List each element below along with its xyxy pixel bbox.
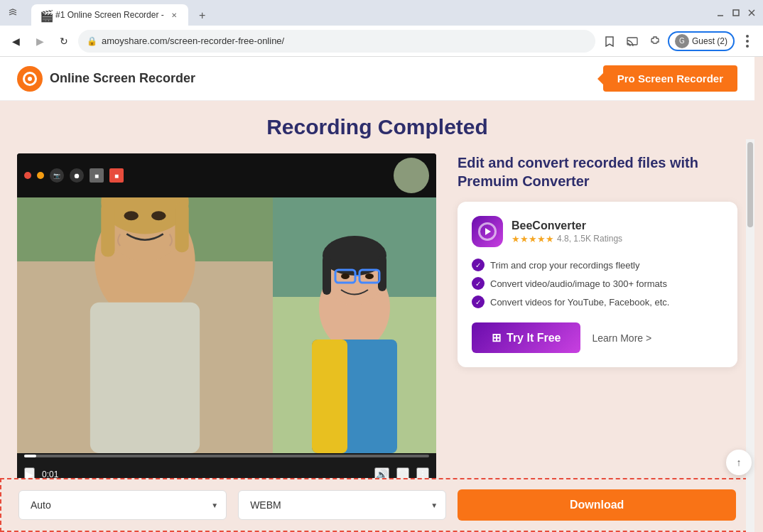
download-bar: Auto High Medium Low ▼ WEBM MP4 AVI MOV …	[0, 478, 754, 532]
video-right-person	[273, 197, 436, 453]
new-tab-button[interactable]: +	[193, 6, 212, 26]
svg-rect-30	[312, 340, 347, 453]
record-icon[interactable]: ⏺	[70, 168, 84, 183]
menu-dot-2	[746, 40, 749, 43]
minimize-button[interactable]	[715, 7, 726, 18]
rating-text: 4.8, 1.5K Ratings	[557, 234, 622, 244]
video-toolbar: 📷 ⏺ ■ ■	[17, 153, 436, 197]
converter-rating: ★★★★★ 4.8, 1.5K Ratings	[512, 234, 622, 244]
back-to-top-button[interactable]: ↑	[726, 450, 752, 475]
feature-text-3: Convert videos for YouTube, Facebook, et…	[490, 297, 669, 308]
format-select[interactable]: WEBM MP4 AVI MOV	[238, 490, 446, 520]
scrollbar-track	[746, 139, 754, 532]
back-to-top-icon: ↑	[737, 457, 742, 468]
quality-select-wrapper: Auto High Medium Low ▼	[18, 490, 227, 520]
converter-logo	[472, 216, 503, 247]
stars-icon: ★★★★★	[512, 234, 554, 244]
svg-rect-22	[323, 256, 331, 295]
video-frame	[17, 197, 436, 453]
feature-item-1: ✓ Trim and crop your recordings fleetly	[472, 256, 723, 274]
check-icon-3: ✓	[472, 295, 485, 308]
webcam-toggle-icon[interactable]: 📷	[50, 168, 64, 183]
svg-point-27	[341, 273, 350, 279]
promo-panel: Edit and convert recorded files with Pre…	[458, 153, 737, 367]
promo-heading: Edit and convert recorded files with Pre…	[458, 153, 737, 190]
check-icon-1: ✓	[472, 259, 485, 271]
svg-point-14	[151, 211, 166, 220]
restore-button[interactable]	[730, 7, 742, 18]
address-bar[interactable]: 🔒	[78, 30, 595, 53]
tab-title: #1 Online Screen Recorder -	[55, 10, 164, 20]
logo-text: Online Screen Recorder	[50, 71, 195, 86]
menu-dot-1	[746, 35, 749, 38]
browser-tab-active[interactable]: 🎬 #1 Online Screen Recorder - ✕	[31, 4, 188, 26]
bookmark-button[interactable]	[600, 31, 619, 51]
learn-more-link[interactable]: Learn More >	[592, 332, 651, 344]
menu-button[interactable]	[737, 31, 757, 51]
video-container: 📷 ⏺ ■ ■	[17, 153, 436, 487]
record-stop-icon[interactable]: ■	[109, 168, 124, 183]
check-icon-2: ✓	[472, 277, 485, 290]
quality-select[interactable]: Auto High Medium Low	[18, 490, 227, 520]
download-button[interactable]: Download	[458, 489, 736, 521]
logo-area: Online Screen Recorder	[17, 66, 195, 92]
svg-rect-11	[101, 202, 114, 256]
feature-item-2: ✓ Convert video/audio/image to 300+ form…	[472, 274, 723, 293]
profile-icon: G	[675, 34, 689, 48]
svg-point-28	[365, 273, 374, 279]
profile-label: Guest (2)	[692, 36, 727, 46]
try-it-free-button[interactable]: ⊞ Try It Free	[472, 322, 580, 353]
video-left-person	[17, 197, 273, 453]
progress-fill	[24, 455, 36, 457]
profile-button[interactable]: G Guest (2)	[668, 31, 735, 51]
site-header: Online Screen Recorder Pro Screen Record…	[0, 57, 754, 101]
url-input[interactable]	[102, 36, 587, 46]
format-select-wrapper: WEBM MP4 AVI MOV ▼	[238, 490, 446, 520]
cast-button[interactable]	[622, 31, 642, 51]
record-dot-yellow	[37, 172, 44, 179]
page-title: Recording Completed	[17, 115, 737, 139]
converter-actions: ⊞ Try It Free Learn More >	[472, 322, 723, 353]
windows-icon: ⊞	[492, 331, 501, 344]
feature-list: ✓ Trim and crop your recordings fleetly …	[472, 256, 723, 311]
record-dot-red	[24, 172, 31, 179]
reload-button[interactable]: ↻	[54, 31, 74, 51]
scrollbar-thumb[interactable]	[747, 142, 753, 227]
forward-button[interactable]: ▶	[30, 31, 50, 51]
video-player: 📷 ⏺ ■ ■	[17, 153, 436, 487]
stop-icon[interactable]: ■	[90, 168, 104, 183]
pro-screen-recorder-button[interactable]: Pro Screen Recorder	[603, 65, 737, 92]
back-button[interactable]: ◀	[6, 31, 26, 51]
tab-favicon: 🎬	[40, 9, 51, 21]
feature-text-1: Trim and crop your recordings fleetly	[490, 260, 640, 271]
tab-list-button[interactable]	[6, 3, 20, 23]
close-button[interactable]	[746, 7, 757, 18]
svg-rect-12	[175, 202, 188, 252]
svg-rect-15	[90, 303, 200, 453]
converter-card: BeeConverter ★★★★★ 4.8, 1.5K Ratings ✓ T…	[458, 202, 737, 367]
feature-item-3: ✓ Convert videos for YouTube, Facebook, …	[472, 293, 723, 311]
tab-close-icon[interactable]: ✕	[168, 9, 180, 21]
webcam-preview	[394, 158, 429, 193]
converter-name: BeeConverter	[512, 219, 622, 232]
lock-icon: 🔒	[87, 36, 97, 46]
menu-dot-3	[746, 45, 749, 48]
feature-text-2: Convert video/audio/image to 300+ format…	[490, 278, 667, 289]
logo-icon	[17, 66, 43, 92]
svg-point-13	[124, 211, 139, 220]
extensions-button[interactable]	[645, 31, 665, 51]
video-progress-track[interactable]	[17, 453, 436, 462]
svg-rect-1	[733, 10, 739, 16]
